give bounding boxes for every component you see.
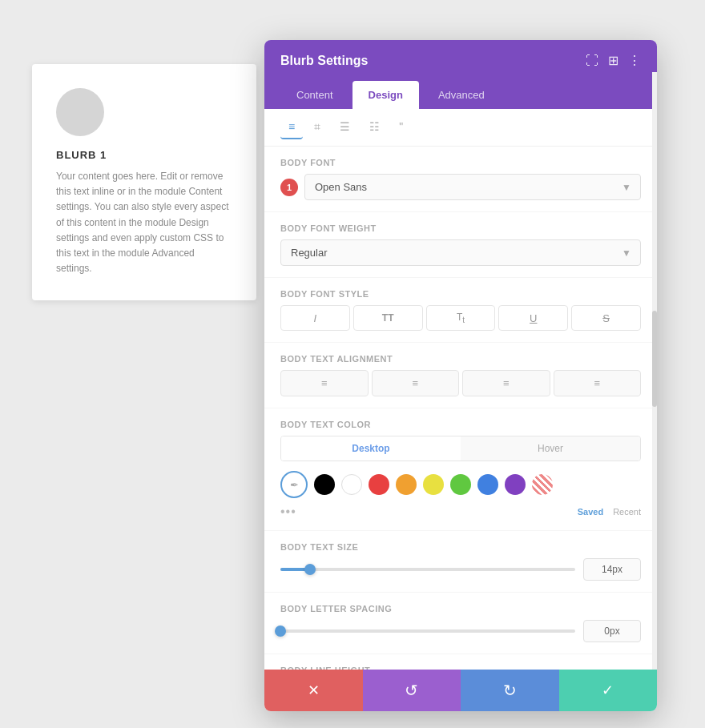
blurb-title: BLURB 1 — [56, 149, 232, 161]
body-text-color-label: Body Text Color — [280, 420, 641, 429]
color-swatches-row: ✒ — [280, 471, 641, 498]
save-button[interactable]: ✓ — [559, 670, 658, 711]
body-text-size-thumb[interactable] — [304, 564, 316, 575]
more-icon[interactable]: ⋮ — [628, 53, 641, 68]
body-line-height-section: Body Line Height 2em 2 — [264, 654, 657, 670]
align-center-button[interactable]: ≡ — [372, 370, 460, 396]
badge-1: 1 — [280, 179, 298, 196]
tab-advanced[interactable]: Advanced — [422, 81, 501, 109]
color-swatch-black[interactable] — [314, 474, 335, 495]
color-swatch-yellow[interactable] — [423, 474, 444, 495]
body-text-alignment-section: Body Text Alignment ≡ ≡ ≡ ≡ — [264, 343, 657, 408]
body-letter-spacing-thumb[interactable] — [275, 625, 286, 637]
color-swatch-striped[interactable] — [532, 474, 553, 495]
more-colors-button[interactable]: ••• — [280, 505, 296, 519]
redo-icon: ↻ — [503, 681, 517, 700]
desktop-hover-tabs: Desktop Hover — [280, 436, 641, 461]
body-font-row: 1 Open Sans ▼ — [280, 174, 641, 200]
save-icon: ✓ — [602, 682, 614, 699]
tab-content[interactable]: Content — [280, 81, 349, 109]
body-text-size-label: Body Text Size — [280, 542, 641, 552]
body-font-select[interactable]: Open Sans — [304, 174, 641, 200]
sub-nav-quote[interactable]: " — [391, 115, 411, 139]
avatar — [56, 88, 104, 136]
body-font-style-section: Body Font Style I TT Tt U S — [264, 278, 657, 343]
body-font-section: Body Font 1 Open Sans ▼ — [264, 147, 657, 212]
body-font-weight-select-wrapper: Regular ▼ — [280, 239, 641, 266]
strikethrough-button[interactable]: S — [571, 305, 641, 331]
color-swatch-red[interactable] — [369, 474, 389, 495]
modal-title: Blurb Settings — [280, 54, 368, 68]
body-letter-spacing-label: Body Letter Spacing — [280, 604, 641, 613]
align-justify-button[interactable]: ≡ — [554, 370, 642, 396]
capitalize-button[interactable]: Tt — [426, 305, 496, 331]
scroll-thumb[interactable] — [652, 311, 657, 407]
body-text-size-input[interactable]: 14px — [583, 558, 641, 581]
body-letter-spacing-input[interactable]: 0px — [583, 620, 641, 642]
tab-design[interactable]: Design — [352, 81, 419, 109]
modal-header: Blurb Settings ⛶ ⊞ ⋮ — [264, 40, 657, 81]
modal-footer: ✕ ↺ ↻ ✓ — [264, 670, 657, 711]
header-icons: ⛶ ⊞ ⋮ — [586, 53, 641, 68]
scroll-track — [652, 72, 657, 670]
blurb-card: BLURB 1 Your content goes here. Edit or … — [32, 64, 256, 300]
font-style-buttons: I TT Tt U S — [280, 305, 641, 331]
cancel-button[interactable]: ✕ — [264, 670, 363, 711]
body-letter-spacing-slider-row: 0px — [280, 620, 641, 642]
sub-nav-link[interactable]: ⌗ — [306, 115, 328, 139]
undo-button[interactable]: ↺ — [363, 670, 461, 711]
body-font-weight-select[interactable]: Regular — [280, 239, 641, 266]
columns-icon[interactable]: ⊞ — [608, 53, 618, 68]
uppercase-button[interactable]: TT — [353, 305, 423, 331]
modal-tabs: Content Design Advanced — [264, 81, 657, 109]
cancel-icon: ✕ — [308, 682, 320, 699]
body-font-select-wrapper: Open Sans ▼ — [304, 174, 641, 200]
eyedropper-icon: ✒ — [290, 479, 299, 491]
modal-body: ≡ ⌗ ☰ ☷ " Body Font 1 Open Sans ▼ Body F… — [264, 109, 657, 670]
body-font-weight-section: Body Font Weight Regular ▼ — [264, 212, 657, 278]
color-picker-button[interactable]: ✒ — [280, 471, 308, 498]
sub-nav-list1[interactable]: ☰ — [332, 115, 358, 139]
body-letter-spacing-track — [280, 629, 575, 633]
undo-icon: ↺ — [405, 681, 418, 700]
sub-nav-list2[interactable]: ☷ — [361, 115, 388, 139]
italic-button[interactable]: I — [280, 305, 350, 331]
fullscreen-icon[interactable]: ⛶ — [586, 54, 598, 68]
body-text-alignment-label: Body Text Alignment — [280, 354, 641, 364]
align-right-button[interactable]: ≡ — [462, 370, 550, 396]
color-meta-row: ••• Saved Recent — [280, 505, 641, 519]
body-letter-spacing-section: Body Letter Spacing 0px — [264, 593, 657, 654]
sub-nav-text[interactable]: ≡ — [280, 115, 303, 139]
saved-label: Saved — [578, 507, 603, 517]
blurb-text: Your content goes here. Edit or remove t… — [56, 169, 232, 276]
body-text-size-track — [280, 568, 575, 571]
color-swatch-green[interactable] — [450, 474, 471, 495]
sub-nav: ≡ ⌗ ☰ ☷ " — [264, 109, 657, 147]
body-font-weight-label: Body Font Weight — [280, 223, 641, 233]
color-swatch-blue[interactable] — [477, 474, 498, 495]
align-left-button[interactable]: ≡ — [280, 370, 369, 396]
body-text-size-section: Body Text Size 14px — [264, 531, 657, 593]
color-labels: Saved Recent — [578, 507, 641, 517]
body-font-style-label: Body Font Style — [280, 289, 641, 299]
recent-label: Recent — [613, 507, 641, 517]
color-swatch-white[interactable] — [341, 474, 362, 495]
color-swatch-orange[interactable] — [396, 474, 417, 495]
body-text-color-section: Body Text Color Desktop Hover ✒ — [264, 408, 657, 531]
alignment-buttons: ≡ ≡ ≡ ≡ — [280, 370, 641, 396]
desktop-tab[interactable]: Desktop — [281, 436, 461, 461]
body-text-size-slider-row: 14px — [280, 558, 641, 581]
modal: Blurb Settings ⛶ ⊞ ⋮ Content Design Adva… — [264, 40, 657, 711]
underline-button[interactable]: U — [498, 305, 568, 331]
redo-button[interactable]: ↻ — [461, 670, 559, 711]
color-swatch-purple[interactable] — [505, 474, 526, 495]
hover-tab[interactable]: Hover — [461, 436, 640, 461]
body-font-label: Body Font — [280, 158, 641, 167]
